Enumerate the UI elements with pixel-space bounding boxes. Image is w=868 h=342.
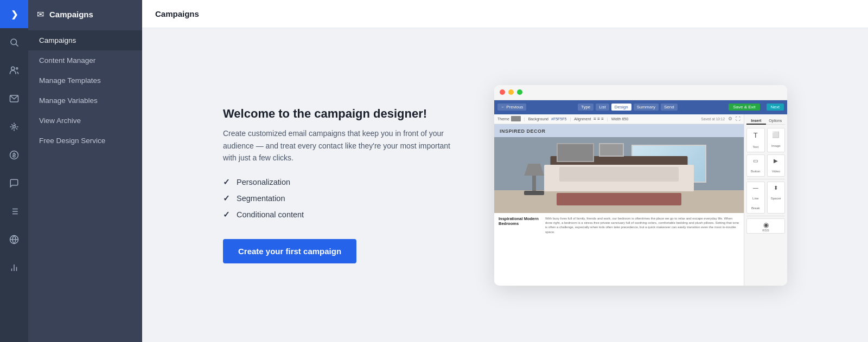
sidebar-title: Campaigns — [49, 10, 93, 19]
email-icon[interactable] — [0, 85, 28, 113]
tab-insert[interactable]: Insert — [746, 118, 766, 125]
button-label: Button — [751, 170, 760, 173]
revenue-icon[interactable] — [0, 141, 28, 169]
svg-point-0 — [11, 39, 17, 45]
panel-grid-bottom: — Line Break ⬍ Spacer — [746, 182, 785, 214]
video-icon: ▶ — [769, 158, 783, 164]
linebreak-icon: — — [749, 185, 763, 191]
rss-icon: ◉ — [749, 221, 783, 229]
toolbar-previous-btn[interactable]: ← Previous — [497, 104, 526, 111]
svg-point-5 — [13, 126, 16, 128]
bedroom-bed — [544, 165, 694, 191]
button-icon: ▭ — [749, 158, 763, 164]
email-image-area — [494, 137, 744, 213]
welcome-title: Welcome to the campaign designer! — [223, 107, 462, 121]
sidebar-item-campaigns[interactable]: Campaigns — [28, 30, 142, 50]
theme-setting[interactable]: Theme — [497, 116, 521, 121]
panel-divider — [746, 179, 785, 179]
wall-art-2 — [599, 143, 624, 157]
toolbar-summary-btn[interactable]: Summary — [634, 104, 659, 111]
mockup-editor: Theme | Background #F5F5F5 | Alignment ≡… — [494, 114, 744, 286]
panel-item-linebreak[interactable]: — Line Break — [746, 182, 765, 214]
welcome-description: Create customized email campaigns that k… — [223, 127, 462, 164]
panel-item-image[interactable]: ⬜ Image — [767, 128, 786, 152]
background-setting[interactable]: Background #F5F5F5 — [528, 117, 567, 121]
icon-rail: ❯ — [0, 0, 28, 342]
sidebar-email-icon: ✉ — [37, 9, 44, 20]
sidebar-item-free-design[interactable]: Free Design Service — [28, 131, 142, 151]
right-panel: Insert Options T Text ⬜ Image ▭ — [744, 114, 787, 286]
expand-dot — [517, 89, 522, 95]
sidebar: ✉ Campaigns Campaigns Content Manager Ma… — [28, 0, 142, 342]
tab-options[interactable]: Options — [766, 118, 786, 125]
feature-item-segmentation: ✓ Segmentation — [223, 193, 462, 203]
width-setting[interactable]: Width 650 — [611, 117, 629, 121]
sidebar-item-content-manager[interactable]: Content Manager — [28, 50, 142, 70]
text-icon: T — [749, 131, 763, 139]
panel-item-video[interactable]: ▶ Video — [767, 154, 786, 177]
sidebar-item-manage-variables[interactable]: Manage Variables — [28, 91, 142, 111]
sidebar-nav: Campaigns Content Manager Manage Templat… — [28, 28, 142, 151]
panel-grid: T Text ⬜ Image ▭ Button ▶ — [746, 128, 785, 177]
website-icon[interactable] — [0, 225, 28, 254]
collapse-button[interactable]: ❯ — [0, 0, 28, 28]
check-icon: ✓ — [223, 193, 230, 203]
messages-icon[interactable] — [0, 169, 28, 197]
automation-icon[interactable] — [0, 113, 28, 141]
spacer-icon: ⬍ — [769, 185, 783, 191]
alignment-setting[interactable]: Alignment ≡ ≡ ≡ — [574, 117, 604, 121]
spacer-label: Spacer — [771, 197, 781, 200]
minimize-dot — [508, 89, 514, 95]
toolbar-design-btn[interactable]: Design — [611, 104, 631, 111]
page-title: Campaigns — [155, 9, 199, 18]
feature-item-personalization: ✓ Personalization — [223, 177, 462, 187]
theme-swatch[interactable] — [511, 116, 521, 121]
panel-divider-2 — [746, 216, 785, 216]
check-icon: ✓ — [223, 177, 230, 187]
sidebar-item-view-archive[interactable]: View Archive — [28, 111, 142, 131]
panel-item-button[interactable]: ▭ Button — [746, 154, 765, 177]
create-campaign-button[interactable]: Create your first campaign — [223, 239, 356, 263]
close-dot — [500, 89, 505, 95]
bedroom-lamp — [524, 164, 544, 194]
campaign-designer-preview: ← Previous Type List Design Summary Send… — [494, 85, 787, 286]
svg-point-3 — [16, 68, 18, 69]
image-icon: ⬜ — [769, 131, 783, 138]
feature-list: ✓ Personalization ✓ Segmentation ✓ Condi… — [223, 177, 462, 220]
panel-item-text[interactable]: T Text — [746, 128, 765, 152]
feature-item-conditional: ✓ Conditional content — [223, 210, 462, 220]
check-icon: ✓ — [223, 210, 230, 220]
toolbar-type-btn[interactable]: Type — [578, 104, 593, 111]
settings-expand-icon[interactable]: ⛶ — [736, 116, 741, 121]
linebreak-label: Line Break — [751, 197, 760, 210]
image-label: Image — [771, 144, 781, 147]
caption-title: Inspirational Modern Bedrooms — [499, 216, 542, 235]
toolbar-list-btn[interactable]: List — [596, 104, 609, 111]
settings-gear-icon[interactable]: ⚙ — [728, 116, 732, 121]
panel-item-rss[interactable]: ◉ RSS — [746, 218, 785, 234]
sidebar-item-manage-templates[interactable]: Manage Templates — [28, 70, 142, 91]
lists-icon[interactable] — [0, 197, 28, 225]
email-brand-header: INSPIRED DECOR — [494, 124, 744, 137]
caption-text: With busy lives full of family, friends … — [545, 216, 739, 235]
mockup-titlebar — [494, 85, 787, 100]
email-caption: Inspirational Modern Bedrooms With busy … — [494, 213, 744, 238]
panel-tabs: Insert Options — [746, 118, 785, 125]
welcome-content: Welcome to the campaign designer! Create… — [223, 107, 462, 263]
reports-icon[interactable] — [0, 254, 28, 282]
main-header: Campaigns — [142, 0, 868, 28]
toolbar-next-btn[interactable]: Next — [767, 104, 784, 111]
toolbar-save-exit-btn[interactable]: Save & Exit — [729, 104, 760, 111]
sidebar-header: ✉ Campaigns — [28, 0, 142, 28]
bedroom-rug — [557, 193, 681, 205]
svg-point-2 — [11, 67, 15, 70]
video-label: Video — [772, 170, 780, 173]
contacts-icon[interactable] — [0, 56, 28, 85]
wall-art-1 — [557, 143, 594, 162]
text-label: Text — [752, 145, 758, 149]
mockup-toolbar: ← Previous Type List Design Summary Send… — [494, 100, 787, 114]
svg-line-1 — [16, 44, 18, 46]
toolbar-send-btn[interactable]: Send — [661, 104, 678, 111]
panel-item-spacer[interactable]: ⬍ Spacer — [767, 182, 786, 214]
search-icon[interactable] — [0, 28, 28, 56]
